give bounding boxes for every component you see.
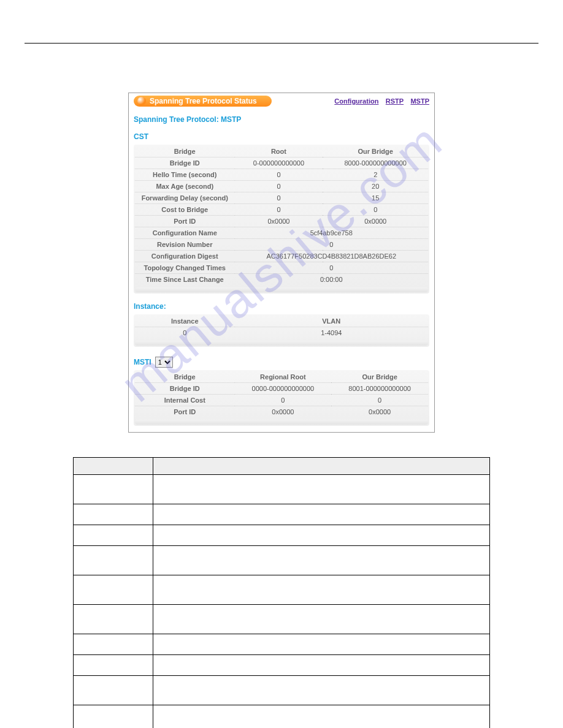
panel-title-pill: Spanning Tree Protocol Status [134, 96, 272, 107]
inst-footer-bar [135, 341, 428, 346]
doc-r9c1 [74, 676, 153, 705]
doc-th-1 [74, 458, 153, 475]
inst-row-instance: 0 [135, 327, 235, 339]
msti-label: MSTI [134, 358, 151, 366]
cst-cost-lbl: Cost to Bridge [135, 204, 235, 216]
doc-r6c2 [153, 605, 490, 634]
doc-r9c2 [153, 676, 490, 705]
cst-bridgeid-lbl: Bridge ID [135, 157, 235, 169]
cst-cfgname-val: 5cf4ab9ce758 [235, 227, 428, 239]
cst-bridgeid-our: 8000-000000000000 [323, 157, 428, 169]
cst-digest-lbl: Configuration Digest [135, 251, 235, 262]
cst-maxage-lbl: Max Age (second) [135, 181, 235, 192]
doc-r7c2 [153, 634, 490, 655]
cst-col-bridge: Bridge [135, 146, 235, 157]
cst-since-val: 0:00:00 [235, 274, 428, 286]
doc-r5c2 [153, 575, 490, 605]
cst-col-root: Root [235, 146, 323, 157]
cst-since-lbl: Time Since Last Change [135, 274, 235, 286]
msti-portid-lbl: Port ID [135, 406, 235, 418]
cst-heading: CST [134, 132, 429, 141]
inst-col-instance: Instance [135, 316, 235, 327]
instance-table: Instance VLAN 0 1-4094 [134, 314, 429, 347]
msti-bridgeid-our: 8001-000000000000 [331, 383, 428, 395]
doc-r8c2 [153, 655, 490, 676]
msti-table: Bridge Regional Root Our Bridge Bridge I… [134, 370, 429, 426]
panel-top-links: Configuration RSTP MSTP [329, 97, 429, 105]
cst-cfgname-lbl: Configuration Name [135, 227, 235, 239]
msti-intcost-lbl: Internal Cost [135, 395, 235, 406]
doc-r5c1 [74, 575, 153, 605]
msti-col-bridge: Bridge [135, 371, 235, 383]
doc-r4c2 [153, 546, 490, 575]
cst-topo-lbl: Topology Changed Times [135, 262, 235, 274]
cst-revnum-val: 0 [235, 239, 428, 251]
doc-r1c1 [74, 475, 153, 504]
msti-bridgeid-regroot: 0000-000000000000 [235, 383, 332, 395]
msti-intcost-our: 0 [331, 395, 428, 406]
cst-maxage-root: 0 [235, 181, 323, 192]
doc-r3c2 [153, 525, 490, 546]
doc-r4c1 [74, 546, 153, 575]
link-mstp[interactable]: MSTP [410, 97, 429, 105]
status-panel: manualshive.com Spanning Tree Protocol S… [128, 93, 435, 433]
link-configuration[interactable]: Configuration [334, 97, 378, 105]
inst-row-vlan: 1-4094 [235, 327, 428, 339]
doc-r6c1 [74, 605, 153, 634]
cst-hello-our: 2 [323, 169, 428, 181]
cst-col-our: Our Bridge [323, 146, 428, 157]
cst-cost-root: 0 [235, 204, 323, 216]
cst-portid-lbl: Port ID [135, 216, 235, 227]
inst-col-vlan: VLAN [235, 316, 428, 327]
cst-footer-bar [135, 287, 428, 292]
cst-topo-val: 0 [235, 262, 428, 274]
cst-table: Bridge Root Our Bridge Bridge ID 0-00000… [134, 145, 429, 294]
msti-portid-regroot: 0x0000 [235, 406, 332, 418]
msti-select[interactable]: 1 [155, 357, 173, 368]
cst-hello-root: 0 [235, 169, 323, 181]
panel-title: Spanning Tree Protocol Status [150, 97, 257, 105]
cst-revnum-lbl: Revision Number [135, 239, 235, 251]
cst-maxage-our: 20 [323, 181, 428, 192]
msti-bridgeid-lbl: Bridge ID [135, 383, 235, 395]
doc-r8c1 [74, 655, 153, 676]
doc-r10c1 [74, 705, 153, 729]
orb-icon [137, 97, 146, 105]
doc-r2c1 [74, 504, 153, 525]
doc-r3c1 [74, 525, 153, 546]
doc-r10c2 [153, 705, 490, 729]
cst-portid-root: 0x0000 [235, 216, 323, 227]
msti-intcost-regroot: 0 [235, 395, 332, 406]
link-rstp[interactable]: RSTP [386, 97, 404, 105]
doc-th-2 [153, 458, 490, 475]
cst-portid-our: 0x0000 [323, 216, 428, 227]
cst-fwd-root: 0 [235, 192, 323, 204]
cst-fwd-our: 15 [323, 192, 428, 204]
cst-fwd-lbl: Forwarding Delay (second) [135, 192, 235, 204]
cst-hello-lbl: Hello Time (second) [135, 169, 235, 181]
instance-heading: Instance: [134, 302, 429, 311]
msti-portid-our: 0x0000 [331, 406, 428, 418]
msti-selector-row: MSTI 1 [134, 357, 429, 368]
doc-r2c2 [153, 504, 490, 525]
panel-header: Spanning Tree Protocol Status Configurat… [134, 96, 429, 107]
msti-col-regroot: Regional Root [235, 371, 332, 383]
cst-cost-our: 0 [323, 204, 428, 216]
doc-r7c1 [74, 634, 153, 655]
doc-r1c2 [153, 475, 490, 504]
msti-footer-bar [135, 420, 428, 425]
doc-table [73, 457, 490, 728]
cst-bridgeid-root: 0-000000000000 [235, 157, 323, 169]
top-rule [25, 43, 538, 44]
msti-col-our: Our Bridge [331, 371, 428, 383]
protocol-line: Spanning Tree Protocol: MSTP [134, 115, 429, 124]
cst-digest-val: AC36177F50283CD4B83821D8AB26DE62 [235, 251, 428, 262]
